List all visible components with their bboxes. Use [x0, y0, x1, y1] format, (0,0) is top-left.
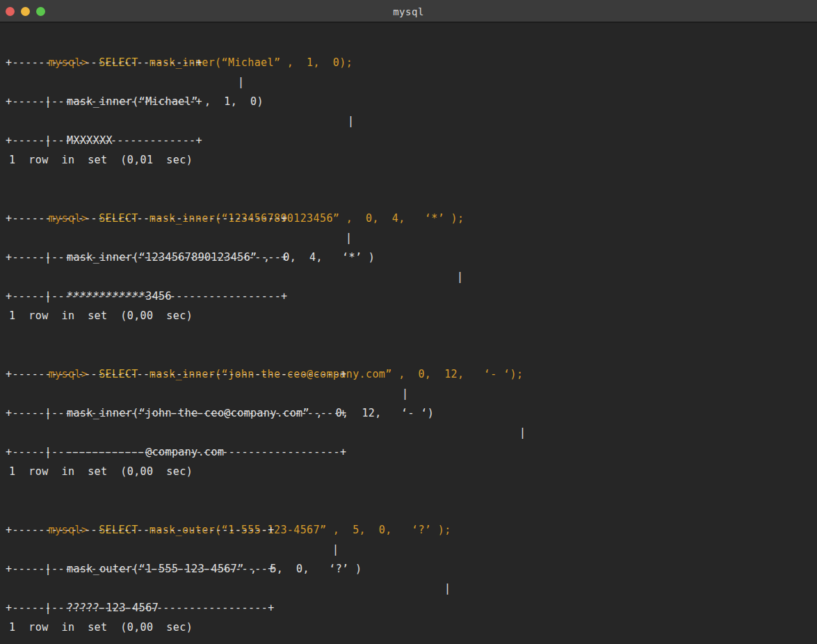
query-line: mysql>SELECTmask_outer(“1-555-123-4567” …	[6, 501, 817, 520]
row-count-status: 1 row in set (0,01 sec)	[6, 150, 817, 170]
table-header-row: |mask_inner(“Michael” , 1, 0)|	[6, 72, 817, 92]
table-border: +---------------------------------------…	[6, 287, 817, 306]
table-result-row: |------------@company.com|	[6, 423, 817, 442]
table-header-row: |mask_outer(“1-555-123-4567” , 5, 0, ‘?’…	[6, 540, 817, 559]
table-result-row: |************3456|	[6, 267, 817, 287]
query-line: mysql>SELECTmask_inner(“john-the-ceo@com…	[6, 345, 817, 364]
table-pipe: |	[457, 267, 463, 287]
table-pipe: |	[332, 540, 339, 559]
row-count-status: 1 row in set (0,00 sec)	[6, 462, 817, 481]
table-border: +---------------------------------------…	[6, 209, 817, 228]
table-border: +----------------------------+	[6, 53, 817, 72]
table-header-row: |mask_inner(“1234567890123456” , 0, 4, ‘…	[6, 228, 817, 248]
table-border: +---------------------------------------…	[6, 598, 817, 618]
row-count-status: 1 row in set (0,00 sec)	[6, 618, 817, 637]
query-block-1: mysql>SELECTmask_inner(“Michael” , 1, 0)…	[6, 33, 817, 170]
table-pipe: |	[519, 423, 526, 442]
table-border: +---------------------------------------…	[6, 559, 817, 579]
table-border: +----------------------------+	[6, 92, 817, 111]
table-border: +---------------------------------------…	[6, 403, 817, 423]
window-titlebar: mysql	[0, 0, 817, 23]
table-border: +---------------------------------------…	[6, 520, 817, 540]
window-title: mysql	[0, 0, 817, 23]
table-pipe: |	[444, 579, 451, 598]
query-block-3: mysql>SELECTmask_inner(“john-the-ceo@com…	[6, 345, 817, 481]
table-result-row: |?????-123-4567|	[6, 579, 817, 598]
query-line: mysql>SELECTmask_inner(“1234567890123456…	[6, 189, 817, 209]
table-pipe: |	[348, 111, 354, 131]
query-block-2: mysql>SELECTmask_inner(“1234567890123456…	[6, 189, 817, 325]
mysql-terminal[interactable]: mysql>SELECTmask_inner(“Michael” , 1, 0)…	[0, 23, 817, 637]
table-border: +---------------------------------------…	[6, 248, 817, 267]
query-line: mysql>SELECTmask_inner(“Michael” , 1, 0)…	[6, 33, 817, 53]
table-header-row: |mask_inner(“john-the-ceo@company.com” ,…	[6, 384, 817, 403]
table-pipe: |	[238, 72, 244, 92]
table-border: +---------------------------------------…	[6, 442, 817, 462]
query-block-4: mysql>SELECTmask_outer(“1-555-123-4567” …	[6, 501, 817, 637]
table-border: +---------------------------------------…	[6, 364, 817, 384]
table-pipe: |	[402, 384, 408, 403]
table-pipe: |	[346, 228, 352, 248]
table-border: +----------------------------+	[6, 131, 817, 150]
row-count-status: 1 row in set (0,00 sec)	[6, 306, 817, 325]
table-result-row: |MXXXXXX|	[6, 111, 817, 131]
